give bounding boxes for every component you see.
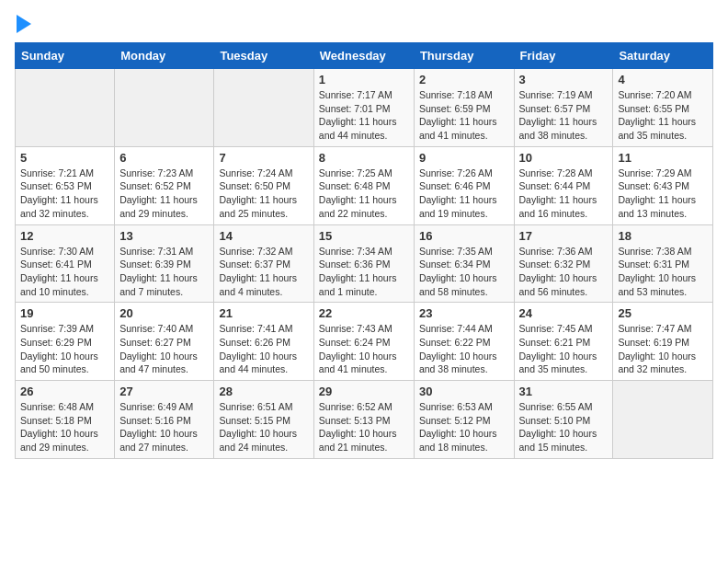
calendar-cell: 9Sunrise: 7:26 AM Sunset: 6:46 PM Daylig…: [414, 146, 514, 224]
calendar-cell: 20Sunrise: 7:40 AM Sunset: 6:27 PM Dayli…: [115, 303, 214, 381]
calendar-cell: 2Sunrise: 7:18 AM Sunset: 6:59 PM Daylig…: [414, 69, 514, 147]
day-number: 24: [519, 306, 609, 320]
day-info: Sunrise: 6:53 AM Sunset: 5:12 PM Dayligh…: [419, 400, 509, 454]
day-number: 29: [319, 385, 409, 398]
calendar-cell: 23Sunrise: 7:44 AM Sunset: 6:22 PM Dayli…: [414, 303, 514, 381]
calendar-cell: [115, 69, 214, 147]
day-info: Sunrise: 7:18 AM Sunset: 6:59 PM Dayligh…: [419, 88, 509, 143]
day-info: Sunrise: 6:49 AM Sunset: 5:16 PM Dayligh…: [119, 400, 209, 454]
day-number: 7: [219, 151, 308, 165]
day-number: 22: [319, 306, 409, 320]
logo-arrow-icon: [17, 15, 31, 33]
day-info: Sunrise: 7:40 AM Sunset: 6:27 PM Dayligh…: [119, 322, 209, 376]
day-number: 10: [519, 151, 609, 165]
column-header-tuesday: Tuesday: [214, 43, 313, 69]
calendar-week-row: 19Sunrise: 7:39 AM Sunset: 6:29 PM Dayli…: [16, 303, 713, 381]
day-info: Sunrise: 7:31 AM Sunset: 6:39 PM Dayligh…: [119, 245, 209, 299]
calendar-cell: 10Sunrise: 7:28 AM Sunset: 6:44 PM Dayli…: [514, 146, 613, 224]
day-info: Sunrise: 7:29 AM Sunset: 6:43 PM Dayligh…: [618, 167, 708, 221]
day-number: 18: [618, 229, 708, 243]
day-number: 25: [618, 306, 708, 320]
calendar-cell: 19Sunrise: 7:39 AM Sunset: 6:29 PM Dayli…: [16, 303, 115, 381]
day-number: 16: [419, 229, 509, 243]
calendar-cell: 4Sunrise: 7:20 AM Sunset: 6:55 PM Daylig…: [613, 69, 713, 147]
day-info: Sunrise: 7:35 AM Sunset: 6:34 PM Dayligh…: [419, 245, 509, 299]
day-info: Sunrise: 7:47 AM Sunset: 6:19 PM Dayligh…: [618, 322, 708, 376]
calendar-cell: 3Sunrise: 7:19 AM Sunset: 6:57 PM Daylig…: [514, 69, 613, 147]
column-header-thursday: Thursday: [414, 43, 514, 69]
calendar-cell: 24Sunrise: 7:45 AM Sunset: 6:21 PM Dayli…: [514, 303, 613, 381]
day-number: 31: [519, 385, 609, 398]
day-info: Sunrise: 7:28 AM Sunset: 6:44 PM Dayligh…: [519, 167, 609, 221]
day-number: 5: [20, 151, 109, 165]
day-number: 15: [319, 229, 409, 243]
day-info: Sunrise: 7:17 AM Sunset: 7:01 PM Dayligh…: [319, 88, 409, 143]
calendar-cell: 25Sunrise: 7:47 AM Sunset: 6:19 PM Dayli…: [613, 303, 713, 381]
day-number: 17: [519, 229, 609, 243]
day-number: 20: [119, 306, 209, 320]
calendar-cell: 18Sunrise: 7:38 AM Sunset: 6:31 PM Dayli…: [613, 224, 713, 303]
calendar-cell: 1Sunrise: 7:17 AM Sunset: 7:01 PM Daylig…: [313, 69, 414, 147]
calendar-cell: 31Sunrise: 6:55 AM Sunset: 5:10 PM Dayli…: [514, 381, 613, 459]
day-info: Sunrise: 7:19 AM Sunset: 6:57 PM Dayligh…: [519, 88, 609, 143]
calendar-cell: 11Sunrise: 7:29 AM Sunset: 6:43 PM Dayli…: [613, 146, 713, 224]
day-info: Sunrise: 7:39 AM Sunset: 6:29 PM Dayligh…: [20, 322, 109, 376]
day-number: 11: [618, 151, 708, 165]
calendar-cell: [16, 69, 115, 147]
column-header-friday: Friday: [514, 43, 613, 69]
day-info: Sunrise: 7:32 AM Sunset: 6:37 PM Dayligh…: [219, 245, 308, 299]
calendar-cell: 30Sunrise: 6:53 AM Sunset: 5:12 PM Dayli…: [414, 381, 514, 459]
calendar-cell: 22Sunrise: 7:43 AM Sunset: 6:24 PM Dayli…: [313, 303, 414, 381]
day-info: Sunrise: 7:45 AM Sunset: 6:21 PM Dayligh…: [519, 322, 609, 376]
day-number: 8: [319, 151, 409, 165]
column-header-wednesday: Wednesday: [313, 43, 414, 69]
day-info: Sunrise: 6:55 AM Sunset: 5:10 PM Dayligh…: [519, 400, 609, 454]
day-info: Sunrise: 6:48 AM Sunset: 5:18 PM Dayligh…: [20, 400, 109, 454]
calendar-cell: 13Sunrise: 7:31 AM Sunset: 6:39 PM Dayli…: [115, 224, 214, 303]
day-info: Sunrise: 7:21 AM Sunset: 6:53 PM Dayligh…: [20, 167, 109, 221]
calendar-cell: 7Sunrise: 7:24 AM Sunset: 6:50 PM Daylig…: [214, 146, 313, 224]
calendar-cell: [214, 69, 313, 147]
day-number: 3: [519, 73, 609, 86]
day-info: Sunrise: 7:44 AM Sunset: 6:22 PM Dayligh…: [419, 322, 509, 376]
logo: [15, 15, 31, 33]
day-info: Sunrise: 6:51 AM Sunset: 5:15 PM Dayligh…: [219, 400, 308, 454]
calendar-cell: 8Sunrise: 7:25 AM Sunset: 6:48 PM Daylig…: [313, 146, 414, 224]
day-info: Sunrise: 7:24 AM Sunset: 6:50 PM Dayligh…: [219, 167, 308, 221]
day-number: 19: [20, 306, 109, 320]
day-info: Sunrise: 7:41 AM Sunset: 6:26 PM Dayligh…: [219, 322, 308, 376]
column-header-sunday: Sunday: [16, 43, 115, 69]
day-info: Sunrise: 7:25 AM Sunset: 6:48 PM Dayligh…: [319, 167, 409, 221]
day-number: 14: [219, 229, 308, 243]
calendar-week-row: 5Sunrise: 7:21 AM Sunset: 6:53 PM Daylig…: [16, 146, 713, 224]
day-info: Sunrise: 7:23 AM Sunset: 6:52 PM Dayligh…: [119, 167, 209, 221]
day-number: 21: [219, 306, 308, 320]
calendar-week-row: 12Sunrise: 7:30 AM Sunset: 6:41 PM Dayli…: [16, 224, 713, 303]
column-header-saturday: Saturday: [613, 43, 713, 69]
day-number: 1: [319, 73, 409, 86]
day-number: 28: [219, 385, 308, 398]
calendar-cell: 26Sunrise: 6:48 AM Sunset: 5:18 PM Dayli…: [16, 381, 115, 459]
calendar-cell: 17Sunrise: 7:36 AM Sunset: 6:32 PM Dayli…: [514, 224, 613, 303]
day-info: Sunrise: 7:20 AM Sunset: 6:55 PM Dayligh…: [618, 88, 708, 143]
calendar-cell: 15Sunrise: 7:34 AM Sunset: 6:36 PM Dayli…: [313, 224, 414, 303]
calendar-week-row: 1Sunrise: 7:17 AM Sunset: 7:01 PM Daylig…: [16, 69, 713, 147]
day-info: Sunrise: 7:26 AM Sunset: 6:46 PM Dayligh…: [419, 167, 509, 221]
day-info: Sunrise: 6:52 AM Sunset: 5:13 PM Dayligh…: [319, 400, 409, 454]
calendar-cell: 5Sunrise: 7:21 AM Sunset: 6:53 PM Daylig…: [16, 146, 115, 224]
day-number: 26: [20, 385, 109, 398]
day-number: 4: [618, 73, 708, 86]
day-number: 6: [119, 151, 209, 165]
calendar-cell: [613, 381, 713, 459]
column-header-monday: Monday: [115, 43, 214, 69]
day-number: 23: [419, 306, 509, 320]
day-info: Sunrise: 7:36 AM Sunset: 6:32 PM Dayligh…: [519, 245, 609, 299]
day-number: 27: [119, 385, 209, 398]
calendar-cell: 12Sunrise: 7:30 AM Sunset: 6:41 PM Dayli…: [16, 224, 115, 303]
calendar-cell: 27Sunrise: 6:49 AM Sunset: 5:16 PM Dayli…: [115, 381, 214, 459]
day-number: 12: [20, 229, 109, 243]
calendar-cell: 14Sunrise: 7:32 AM Sunset: 6:37 PM Dayli…: [214, 224, 313, 303]
day-info: Sunrise: 7:43 AM Sunset: 6:24 PM Dayligh…: [319, 322, 409, 376]
calendar-cell: 29Sunrise: 6:52 AM Sunset: 5:13 PM Dayli…: [313, 381, 414, 459]
day-number: 9: [419, 151, 509, 165]
